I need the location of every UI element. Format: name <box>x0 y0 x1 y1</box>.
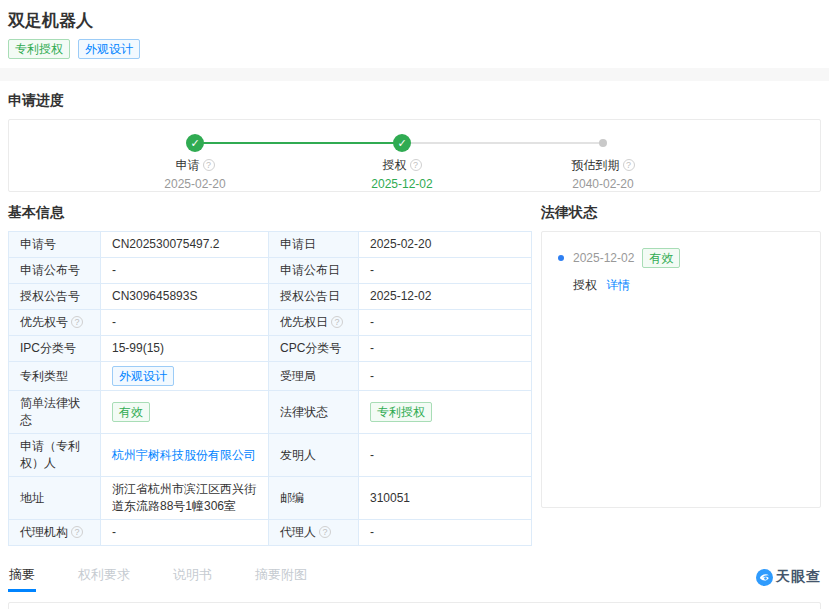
page-title: 双足机器人 <box>8 9 821 32</box>
progress-section-title: 申请进度 <box>8 92 821 110</box>
value-cell: 2025-12-02 <box>359 284 532 310</box>
legal-status-panel: 2025-12-02 有效 授权 详情 <box>541 231 821 508</box>
timeline-step-expiry: 预估到期 2040-02-20 <box>533 157 673 191</box>
value-cell: 310051 <box>359 477 532 520</box>
title-tags: 专利授权 外观设计 <box>8 39 821 59</box>
help-icon[interactable] <box>410 159 422 171</box>
label-cell: 代理机构 <box>9 520 101 546</box>
tianyancha-eye-icon <box>756 569 773 586</box>
timeline-step-date: 2025-12-02 <box>332 177 472 191</box>
timeline-step-label: 预估到期 <box>572 158 620 172</box>
label-cell: 简单法律状态 <box>9 391 101 434</box>
patent-granted-tag: 专利授权 <box>8 39 70 59</box>
value-cell: 浙江省杭州市滨江区西兴街道东流路88号1幢306室 <box>101 477 269 520</box>
timeline-step-date: 2025-02-20 <box>125 177 265 191</box>
label-cell: 法律状态 <box>269 391 359 434</box>
label-cell: CPC分类号 <box>269 336 359 362</box>
tab-abstract[interactable]: 摘要 <box>8 560 36 592</box>
status-date: 2025-12-02 <box>573 251 634 265</box>
help-icon[interactable] <box>319 526 331 538</box>
timeline-check-icon-filed <box>186 134 204 152</box>
logo-text: 天眼查 <box>776 568 821 586</box>
abstract-panel: 1.本外观设计产品的名称：双足机器人。2.本外观设计产品的用途：用于巡检、安防、… <box>8 602 821 609</box>
tianyancha-logo: 天眼查 <box>756 568 821 592</box>
label-cell: 优先权号 <box>9 310 101 336</box>
status-action: 授权 <box>573 278 597 292</box>
timeline-step-date: 2040-02-20 <box>533 177 673 191</box>
application-progress-timeline: 申请 2025-02-20 授权 2025-12-02 预估到期 2040-02… <box>8 119 821 192</box>
timeline-check-icon-granted <box>393 134 411 152</box>
value-cell: 2025-02-20 <box>359 232 532 258</box>
help-icon[interactable] <box>331 316 343 328</box>
label-cell: 优先权日 <box>269 310 359 336</box>
value-cell: CN202530075497.2 <box>101 232 269 258</box>
basic-info-table: 申请号 CN202530075497.2 申请日 2025-02-20 申请公布… <box>8 231 532 546</box>
status-bullet-icon <box>558 255 564 261</box>
label-cell: 申请公布号 <box>9 258 101 284</box>
tab-description[interactable]: 说明书 <box>172 560 213 592</box>
table-row: 申请号 CN202530075497.2 申请日 2025-02-20 <box>9 232 532 258</box>
table-row: 简单法律状态 有效 法律状态 专利授权 <box>9 391 532 434</box>
design-type-tag: 外观设计 <box>78 39 140 59</box>
table-row: IPC分类号 15-99(15) CPC分类号 - <box>9 336 532 362</box>
applicant-company-link[interactable]: 杭州宇树科技股份有限公司 <box>112 448 256 462</box>
value-cell: - <box>359 310 532 336</box>
table-row: 申请公布号 - 申请公布日 - <box>9 258 532 284</box>
value-cell: - <box>359 520 532 546</box>
legal-status-column: 法律状态 2025-12-02 有效 授权 详情 <box>541 192 821 546</box>
tab-claims[interactable]: 权利要求 <box>77 560 131 592</box>
basic-info-column: 基本信息 申请号 CN202530075497.2 申请日 2025-02-20… <box>8 192 531 546</box>
table-row: 申请（专利权）人 杭州宇树科技股份有限公司 发明人 - <box>9 434 532 477</box>
label-cell: IPC分类号 <box>9 336 101 362</box>
value-cell: 外观设计 <box>101 362 269 391</box>
value-cell: - <box>359 434 532 477</box>
value-cell: - <box>359 336 532 362</box>
help-icon[interactable] <box>71 526 83 538</box>
value-cell: 专利授权 <box>359 391 532 434</box>
label-cell: 专利类型 <box>9 362 101 391</box>
section-separator <box>0 68 829 81</box>
table-row: 专利类型 外观设计 受理局 - <box>9 362 532 391</box>
help-icon[interactable] <box>623 159 635 171</box>
timeline-step-label: 授权 <box>383 158 407 172</box>
table-row: 优先权号 - 优先权日 - <box>9 310 532 336</box>
help-icon[interactable] <box>71 316 83 328</box>
label-cell: 申请日 <box>269 232 359 258</box>
value-cell: - <box>101 310 269 336</box>
help-icon[interactable] <box>203 159 215 171</box>
value-cell: 杭州宇树科技股份有限公司 <box>101 434 269 477</box>
label-cell: 代理人 <box>269 520 359 546</box>
legal-status-detail: 授权 详情 <box>573 277 804 294</box>
label-cell: 授权公告日 <box>269 284 359 310</box>
document-tabs: 摘要 权利要求 说明书 摘要附图 天眼查 <box>0 560 829 592</box>
label-cell: 授权公告号 <box>9 284 101 310</box>
legal-status-entry: 2025-12-02 有效 <box>558 248 804 268</box>
valid-status-tag: 有效 <box>642 248 680 268</box>
detail-link[interactable]: 详情 <box>606 278 630 292</box>
value-cell: - <box>101 258 269 284</box>
timeline-line-done <box>195 142 402 144</box>
value-cell: CN309645893S <box>101 284 269 310</box>
timeline-step-filed: 申请 2025-02-20 <box>125 157 265 191</box>
timeline-dot-expiry <box>599 139 607 147</box>
timeline-line-pending <box>402 142 603 144</box>
main-columns: 基本信息 申请号 CN202530075497.2 申请日 2025-02-20… <box>0 192 829 546</box>
label-cell: 申请（专利权）人 <box>9 434 101 477</box>
granted-status-tag: 专利授权 <box>370 402 432 422</box>
table-row: 代理机构 - 代理人 - <box>9 520 532 546</box>
value-cell: 15-99(15) <box>101 336 269 362</box>
label-cell: 地址 <box>9 477 101 520</box>
label-cell: 邮编 <box>269 477 359 520</box>
table-row: 地址 浙江省杭州市滨江区西兴街道东流路88号1幢306室 邮编 310051 <box>9 477 532 520</box>
timeline-step-granted: 授权 2025-12-02 <box>332 157 472 191</box>
value-cell: - <box>359 258 532 284</box>
tab-abstract-figure[interactable]: 摘要附图 <box>254 560 308 592</box>
design-type-tag: 外观设计 <box>112 366 174 386</box>
value-cell: - <box>101 520 269 546</box>
timeline-step-label: 申请 <box>176 158 200 172</box>
valid-status-tag: 有效 <box>112 402 150 422</box>
label-cell: 申请公布日 <box>269 258 359 284</box>
table-row: 授权公告号 CN309645893S 授权公告日 2025-12-02 <box>9 284 532 310</box>
legal-status-section-title: 法律状态 <box>541 204 821 222</box>
value-cell: - <box>359 362 532 391</box>
